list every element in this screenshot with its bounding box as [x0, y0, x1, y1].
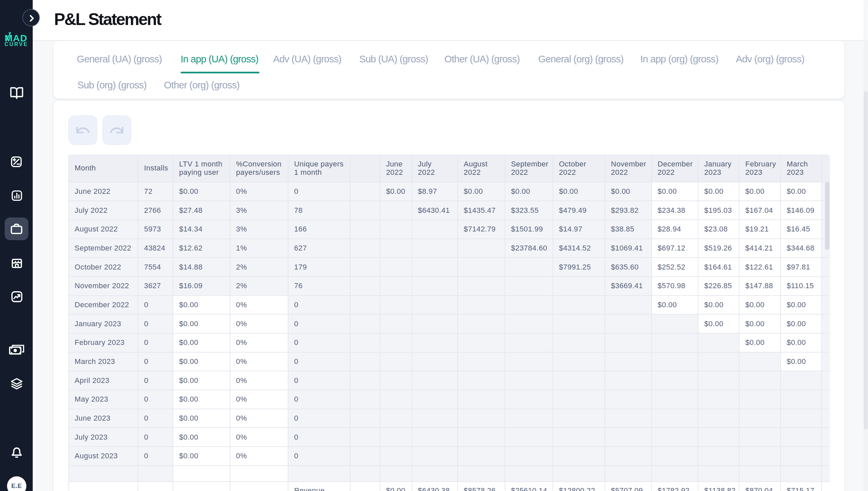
svg-text:CURVE: CURVE: [5, 41, 28, 47]
